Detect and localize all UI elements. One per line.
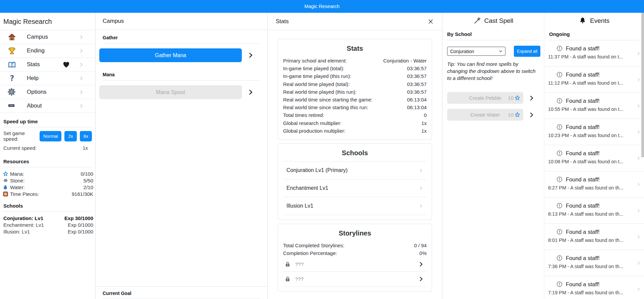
create-water-button[interactable]: Create Water 10	[447, 109, 523, 121]
school-label: Enchantment: Lv1	[3, 222, 44, 228]
sidebar-item-help[interactable]: Help	[0, 72, 95, 85]
event-subtitle: 8:27 PM - A staff was found on th...	[548, 185, 633, 190]
stats-panel-title: Stats	[276, 18, 289, 25]
event-item[interactable]: Found a staff! 11:12 PM - A staff was fo…	[544, 67, 644, 93]
stat-row: In-game time played (total):03:36:57	[283, 65, 427, 72]
storylines-card: Storylines Total Completed Storylines:0 …	[278, 224, 432, 292]
mana-star-icon	[515, 95, 520, 101]
locked-storyline-row[interactable]: ???	[283, 257, 427, 272]
expand-all-button[interactable]: Expand all	[514, 46, 540, 57]
cast-spell-title: Cast Spell	[484, 17, 514, 25]
alert-circle-icon	[556, 45, 563, 52]
locked-storyline-label: ???	[295, 261, 304, 267]
mana-spout-button[interactable]: Mana Spout	[99, 85, 242, 99]
school-detail-row-enchantment[interactable]: Enchantment Lv1	[283, 179, 427, 197]
school-label: Conjuration: Lv1	[3, 215, 43, 221]
storylines-card-title: Storylines	[283, 229, 427, 237]
event-title: Found a staff!	[566, 255, 600, 261]
chevron-right-icon	[79, 35, 84, 40]
book-chart-icon	[7, 60, 16, 69]
chevron-right-icon	[79, 103, 84, 109]
window-scrollbar[interactable]	[641, 13, 644, 157]
stat-label: Primary school and element:	[283, 57, 347, 65]
sidebar-item-label: Ending	[27, 47, 45, 54]
speed-normal-button[interactable]: Normal	[40, 131, 62, 141]
gather-section-title: Gather	[103, 30, 260, 44]
top-bar: Magic Research	[0, 0, 644, 13]
stat-row: Real world time played (this run):03:36:…	[283, 88, 427, 96]
close-icon[interactable]	[427, 18, 434, 25]
stat-value: Conjuration - Water	[383, 57, 427, 65]
caret-down-icon	[498, 49, 503, 53]
sidebar-item-ending[interactable]: Ending	[0, 44, 95, 58]
events-title: Events	[590, 17, 609, 25]
sidebar-item-campus[interactable]: Campus	[0, 30, 95, 44]
event-subtitle: 7:36 PM - A staff was found on th...	[548, 264, 633, 269]
spell-tip-text: Tip: You can find more spells by changin…	[447, 60, 539, 82]
resource-row-mana: Mana: 0/100	[0, 170, 95, 177]
event-title: Found a staff!	[566, 45, 600, 52]
sidebar-item-about[interactable]: About	[0, 99, 95, 113]
stat-value: 06:13:04	[407, 96, 427, 103]
sidebar-item-label: Help	[27, 75, 39, 82]
question-icon	[7, 74, 16, 83]
event-item[interactable]: Found a staff! 7:36 PM - A staff was fou…	[544, 250, 644, 276]
event-item[interactable]: Found a staff! 10:23 PM - A staff was fo…	[544, 119, 644, 145]
chevron-right-icon	[636, 208, 641, 213]
mana-section-title: Mana	[103, 67, 260, 81]
storyline-stat-value: 0 / 94	[414, 242, 427, 249]
stat-value: 06:13:04	[407, 103, 427, 111]
gather-mana-button[interactable]: Gather Mana	[99, 48, 242, 62]
school-exp-value: Exp 0/1000	[68, 229, 93, 234]
event-item[interactable]: Found a staff! 8:27 PM - A staff was fou…	[544, 171, 644, 198]
alert-circle-icon	[556, 255, 563, 261]
chevron-right-icon[interactable]	[523, 112, 540, 118]
school-detail-row-illusion[interactable]: Illusion Lv1	[283, 197, 427, 215]
chevron-right-icon[interactable]	[242, 89, 259, 95]
current-goal-footer: Current Goal	[96, 286, 267, 299]
event-title: Found a staff!	[566, 176, 600, 183]
stat-value: 03:36:57	[407, 88, 427, 96]
chevron-right-icon[interactable]	[242, 52, 259, 58]
sidebar-item-label: Campus	[27, 34, 48, 40]
school-select-value: Conjuration	[450, 49, 474, 54]
speed-8x-button[interactable]: 8x	[80, 131, 92, 141]
event-item[interactable]: Found a staff! 8:01 PM - A staff was fou…	[544, 224, 644, 250]
storyline-stat-value: 0%	[419, 249, 427, 257]
event-item[interactable]: Found a staff! 7:19 PM - A staff was fou…	[544, 276, 644, 299]
school-select[interactable]: Conjuration	[447, 47, 505, 56]
stat-label: Global production multiplier:	[283, 127, 345, 135]
stat-row: Real world time since starting this run:…	[283, 103, 427, 111]
event-item[interactable]: Found a staff! 11:37 PM - A staff was fo…	[544, 40, 644, 67]
storyline-stat-label: Total Completed Storylines:	[283, 242, 344, 249]
alert-circle-icon	[556, 97, 563, 104]
school-detail-row-conjuration[interactable]: Conjuration Lv1 (Primary)	[283, 161, 427, 179]
sidebar-item-stats[interactable]: Stats	[0, 58, 95, 72]
wand-icon	[473, 17, 481, 25]
alert-circle-icon	[556, 71, 563, 78]
event-item[interactable]: Found a staff! 10:08 PM - A staff was fo…	[544, 145, 644, 171]
chevron-right-icon	[636, 77, 641, 82]
sidebar-item-options[interactable]: Options	[0, 85, 95, 99]
chevron-right-icon[interactable]	[523, 95, 540, 101]
event-title: Found a staff!	[566, 124, 600, 130]
event-item[interactable]: Found a staff! 10:55 PM - A staff was fo…	[544, 93, 644, 119]
chevron-right-icon	[636, 51, 641, 56]
event-item[interactable]: Found a staff! 8:13 PM - A staff was fou…	[544, 198, 644, 224]
event-subtitle: 10:23 PM - A staff was found on t...	[548, 133, 633, 138]
current-speed-row: Current speed: 1x	[0, 142, 95, 153]
alert-circle-icon	[556, 176, 563, 183]
mana-star-icon	[515, 112, 520, 118]
chevron-right-icon	[419, 168, 423, 173]
speed-section-title: Speed up time	[3, 113, 92, 127]
resource-row-water: Water: 2/10	[0, 184, 95, 190]
set-game-speed-row: Set game speed: Normal 2x 8x	[0, 127, 95, 142]
schools-card: Schools Conjuration Lv1 (Primary) Enchan…	[278, 143, 432, 220]
create-pebble-button[interactable]: Create Pebble 10	[447, 92, 523, 104]
schools-section-title: Schools	[3, 197, 92, 212]
locked-storyline-row[interactable]: ???	[283, 272, 427, 287]
set-game-speed-label: Set game speed:	[3, 130, 37, 142]
speed-2x-button[interactable]: 2x	[64, 131, 76, 141]
school-label: Illusion: Lv1	[3, 229, 30, 234]
sidebar-menu: Campus Ending Stats Help Options	[0, 30, 95, 113]
